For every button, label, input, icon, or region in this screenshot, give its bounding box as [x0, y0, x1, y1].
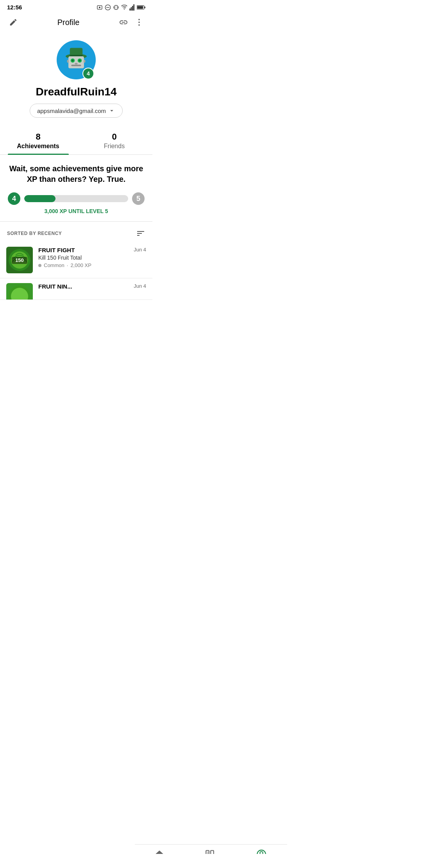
achievements-count: 8 [36, 132, 40, 142]
sort-button[interactable] [136, 229, 145, 238]
xp-until-text: UNTIL LEVEL 5 [68, 208, 108, 214]
svg-rect-11 [133, 4, 134, 11]
svg-rect-8 [129, 8, 131, 10]
svg-rect-28 [71, 65, 81, 66]
more-icon [134, 18, 144, 27]
tab-friends[interactable]: 0 Friends [76, 128, 152, 154]
xp-bar [24, 195, 128, 202]
svg-point-26 [72, 59, 73, 61]
status-icons [97, 4, 145, 11]
achievement-meta-0: Common · 2,000 XP [38, 262, 128, 268]
friends-label: Friends [104, 143, 125, 150]
vibrate-icon [113, 4, 119, 11]
svg-rect-10 [132, 6, 133, 11]
tab-achievements[interactable]: 8 Achievements [0, 128, 76, 154]
signal-icon [129, 4, 135, 11]
app-bar: Profile [0, 13, 152, 34]
xp-level-start: 4 [8, 192, 20, 205]
svg-point-16 [138, 22, 140, 23]
xp-until: 3,000 XP UNTIL LEVEL 5 [8, 208, 145, 214]
do-not-disturb-icon [105, 4, 111, 11]
achievements-header: SORTED BY RECENCY [0, 222, 152, 242]
svg-rect-4 [115, 5, 118, 9]
rarity-dot-0 [38, 264, 41, 267]
wifi-icon [121, 4, 127, 11]
app-bar-actions [116, 15, 146, 29]
dropdown-icon [108, 107, 115, 114]
username: DreadfulRuin14 [36, 86, 117, 98]
svg-point-27 [79, 59, 80, 61]
svg-point-7 [124, 9, 125, 9]
svg-point-1 [99, 7, 100, 8]
xp-level-end: 5 [132, 192, 145, 205]
edit-button[interactable] [6, 15, 20, 29]
sorted-label: SORTED BY RECENCY [7, 231, 62, 236]
achievement-image-1 [8, 285, 31, 300]
xp-bar-fill [24, 195, 55, 202]
status-bar: 12:56 [0, 0, 152, 13]
battery-icon [137, 5, 145, 10]
achievement-info-0: FRUIT FIGHT Kill 150 Fruit Total Common … [38, 247, 128, 268]
xp-section: Wait, some achievements give more XP tha… [0, 155, 152, 222]
friends-count: 0 [112, 132, 116, 142]
svg-rect-13 [137, 6, 143, 9]
svg-rect-23 [68, 56, 84, 68]
link-button[interactable] [116, 15, 131, 29]
achievement-thumb-0: 150 [6, 247, 33, 273]
achievement-title-0: FRUIT FIGHT [38, 247, 128, 253]
achievement-info-1: FRUIT NIN... [38, 283, 128, 291]
svg-rect-29 [67, 60, 69, 63]
screenshot-icon [97, 4, 103, 11]
more-button[interactable] [132, 15, 146, 29]
link-icon [119, 18, 128, 27]
achievement-thumb-1 [6, 283, 33, 300]
page-title: Profile [57, 18, 80, 27]
email-text: appsmalavida@gmail.com [37, 108, 106, 114]
achievement-image-0: 150 [8, 248, 31, 272]
profile-section: 4 DreadfulRuin14 appsmalavida@gmail.com [0, 34, 152, 125]
achievement-title-1: FRUIT NIN... [38, 283, 128, 290]
achievement-xp-0: 2,000 XP [70, 262, 91, 268]
achievement-date-1: Jun 4 [134, 283, 146, 289]
edit-icon [9, 18, 18, 27]
achievement-date-0: Jun 4 [134, 247, 146, 253]
xp-message: Wait, some achievements give more XP tha… [8, 163, 145, 185]
svg-point-15 [138, 19, 140, 20]
svg-rect-14 [145, 6, 145, 8]
avatar-container: 4 [57, 40, 96, 79]
stats-tabs: 8 Achievements 0 Friends [0, 128, 152, 155]
xp-bar-container: 4 5 [8, 192, 145, 205]
achievement-rarity-0: Common [44, 262, 64, 268]
achievement-item-1[interactable]: FRUIT NIN... Jun 4 [0, 278, 152, 300]
achievements-label: Achievements [17, 143, 59, 150]
achievement-separator-0: · [67, 262, 68, 268]
svg-rect-9 [131, 7, 132, 11]
achievement-desc-0: Kill 150 Fruit Total [38, 255, 128, 261]
svg-point-17 [138, 24, 140, 26]
level-badge: 4 [82, 68, 94, 79]
xp-needed: 3,000 XP [45, 208, 67, 214]
email-selector[interactable]: appsmalavida@gmail.com [30, 104, 123, 118]
status-time: 12:56 [7, 4, 22, 11]
achievement-item-0[interactable]: 150 FRUIT FIGHT Kill 150 Fruit Total Com… [0, 242, 152, 278]
svg-rect-31 [75, 63, 77, 65]
sort-icon [136, 229, 145, 238]
svg-rect-30 [84, 60, 86, 63]
svg-text:150: 150 [15, 257, 24, 263]
